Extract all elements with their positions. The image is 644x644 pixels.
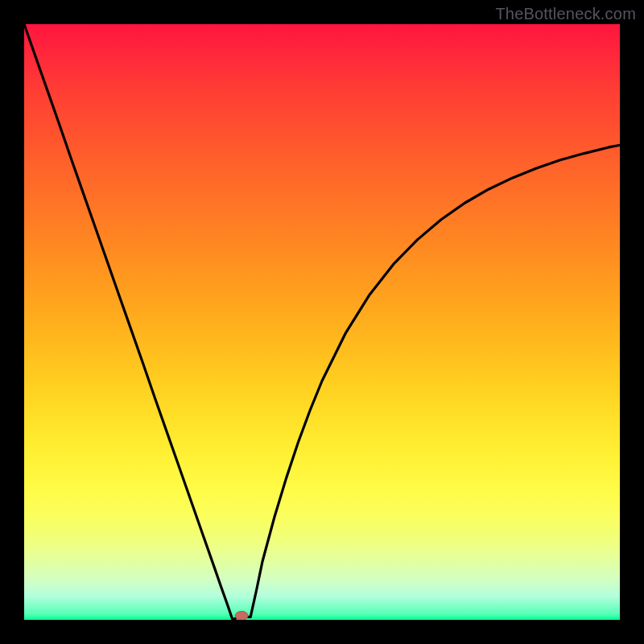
attribution-text: TheBottleneck.com [495,5,636,23]
marker-dot [235,611,248,620]
plot-area [24,24,620,620]
chart-frame: TheBottleneck.com [0,0,644,644]
minimum-marker [235,611,248,620]
bottleneck-curve [24,24,620,620]
curve-path [24,24,620,620]
curve-layer [24,24,620,620]
